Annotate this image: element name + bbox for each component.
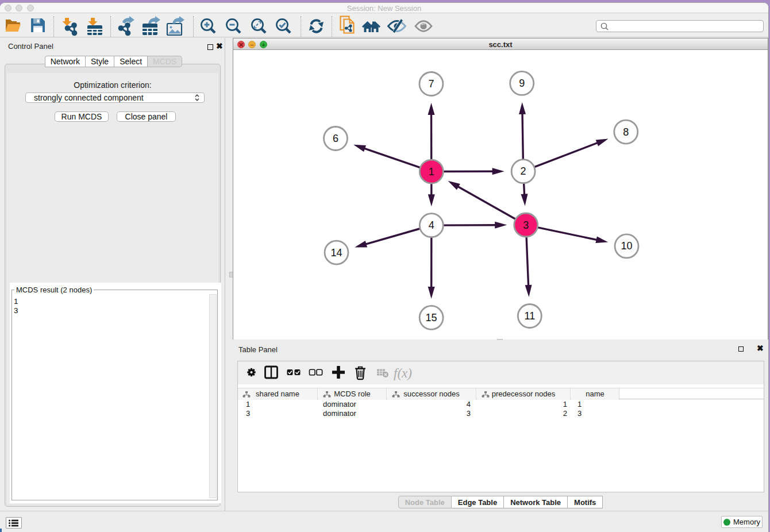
svg-text:8: 8 bbox=[623, 126, 629, 138]
svg-text:1: 1 bbox=[429, 166, 434, 178]
svg-text:f(x): f(x) bbox=[394, 366, 412, 380]
svg-text:9: 9 bbox=[519, 78, 525, 89]
svg-text:6: 6 bbox=[333, 133, 338, 144]
svg-text:14: 14 bbox=[330, 247, 342, 259]
svg-text:3: 3 bbox=[523, 219, 529, 231]
svg-text:10: 10 bbox=[621, 240, 632, 252]
svg-text:4: 4 bbox=[429, 219, 434, 231]
svg-text:7: 7 bbox=[428, 78, 434, 90]
svg-text:15: 15 bbox=[426, 312, 437, 323]
svg-text:2: 2 bbox=[521, 165, 526, 177]
svg-text:11: 11 bbox=[524, 310, 535, 322]
